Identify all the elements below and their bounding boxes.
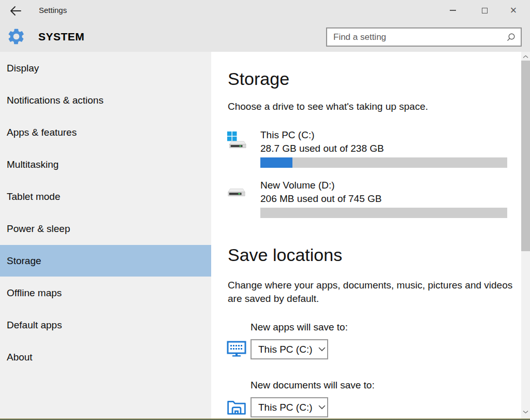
settings-window: Settings × SYSTEM Display Notifications … [0,0,530,420]
sidebar-item-storage[interactable]: Storage [0,245,211,277]
back-button[interactable] [8,4,23,18]
sidebar-item-apps-features[interactable]: Apps & features [0,117,211,148]
sidebar-item-label: Storage [7,255,41,267]
sidebar-item-label: Notifications & actions [7,95,104,106]
gear-icon [7,27,26,46]
close-button[interactable]: × [505,3,522,18]
maximize-button[interactable] [476,3,493,18]
search-input[interactable] [327,28,506,46]
sidebar-item-display[interactable]: Display [0,52,211,84]
drive-item-d[interactable]: New Volume (D:) 206 MB used out of 745 G… [227,180,510,227]
drive-name: New Volume (D:) [260,180,510,191]
sidebar-item-offline-maps[interactable]: Offline maps [0,277,211,309]
save-locations-section-title: Save locations [228,245,342,265]
minimize-button[interactable] [444,3,462,18]
drive-name: This PC (C:) [260,129,510,141]
scroll-up-icon[interactable] [521,53,530,60]
close-icon: × [510,5,517,16]
maximize-icon [482,8,488,13]
documents-folder-icon [227,398,246,416]
sidebar-item-label: Power & sleep [7,223,70,235]
sidebar-item-label: About [7,352,33,363]
sidebar-item-multitasking[interactable]: Multitasking [0,149,211,180]
chevron-down-icon [318,347,326,352]
drive-usage: 206 MB used out of 745 GB [260,193,510,205]
sidebar-item-tablet-mode[interactable]: Tablet mode [0,181,211,212]
drive-item-c[interactable]: This PC (C:) 28.7 GB used out of 238 GB [227,129,510,177]
sidebar-item-default-apps[interactable]: Default apps [0,309,211,341]
sidebar-item-label: Apps & features [7,127,77,138]
vertical-scrollbar[interactable] [521,52,530,418]
back-arrow-icon [8,4,23,18]
sidebar-item-label: Display [7,63,39,74]
scrollbar-thumb[interactable] [521,61,530,251]
window-title: Settings [39,6,67,15]
drive-info: New Volume (D:) 206 MB used out of 745 G… [260,180,510,218]
new-documents-save-label: New documents will save to: [251,380,375,391]
new-documents-save-dropdown[interactable]: This PC (C:) [251,397,328,417]
drive-info: This PC (C:) 28.7 GB used out of 238 GB [260,129,510,168]
window-header: Settings × SYSTEM [0,0,530,52]
sidebar-item-label: Multitasking [7,159,58,170]
drive-usage-bar [260,157,507,168]
sidebar-item-label: Default apps [7,320,62,331]
sidebar-item-label: Tablet mode [7,191,61,202]
drive-usage-bar-fill [260,157,292,168]
search-icon[interactable] [506,33,516,42]
sidebar: Display Notifications & actions Apps & f… [0,52,211,418]
dropdown-value: This PC (C:) [258,402,313,413]
drive-icon [227,184,246,205]
storage-section-title: Storage [228,69,289,89]
sidebar-item-about[interactable]: About [0,341,211,373]
save-locations-description: Change where your apps, documents, music… [228,279,518,306]
sidebar-item-power-sleep[interactable]: Power & sleep [0,213,211,244]
new-apps-save-dropdown[interactable]: This PC (C:) [251,339,328,359]
minimize-icon [450,10,456,11]
dropdown-value: This PC (C:) [258,344,313,355]
chevron-down-icon [318,405,326,410]
sidebar-item-notifications[interactable]: Notifications & actions [0,84,211,116]
windows-system-drive-icon [227,129,246,150]
search-box[interactable] [326,27,522,47]
page-title: SYSTEM [38,31,84,43]
apps-monitor-icon [227,340,246,358]
sidebar-item-label: Offline maps [7,287,62,299]
drive-usage-bar [260,208,507,218]
new-apps-save-label: New apps will save to: [251,322,348,333]
content-pane: Storage Choose a drive to see what's tak… [211,52,521,418]
scroll-down-icon[interactable] [521,408,530,415]
storage-section-subtitle: Choose a drive to see what's taking up s… [228,101,428,112]
drive-usage: 28.7 GB used out of 238 GB [260,143,510,154]
